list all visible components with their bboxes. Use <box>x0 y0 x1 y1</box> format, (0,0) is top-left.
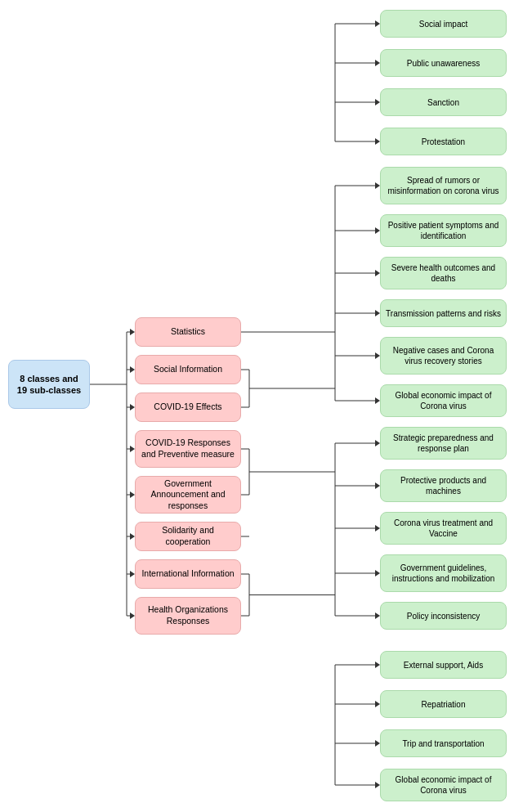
subclass-node-s6: Positive patient symptoms and identifica… <box>380 214 507 247</box>
subclass-node-s12: Protective products and machines <box>380 469 507 502</box>
class-node-c4: COVID-19 Responses and Preventive measur… <box>135 430 241 468</box>
subclass-node-s9: Negative cases and Corona virus recovery… <box>380 337 507 375</box>
class-node-c8: Health Organizations Responses <box>135 597 241 635</box>
subclass-node-s18: Trip and transportation <box>380 729 507 757</box>
root-node: 8 classes and 19 sub-classes <box>8 360 90 409</box>
subclass-node-s11: Strategic preparedness and response plan <box>380 427 507 460</box>
class-node-c1: Statistics <box>135 317 241 347</box>
class-node-c2: Social Information <box>135 355 241 384</box>
subclass-node-s13: Corona virus treatment and Vaccine <box>380 512 507 545</box>
subclass-node-s17: Repatriation <box>380 690 507 718</box>
subclass-node-s4: Protestation <box>380 128 507 155</box>
class-node-c7: International Information <box>135 559 241 589</box>
subclass-node-s15: Policy inconsistency <box>380 602 507 630</box>
subclass-node-s19: Global economic impact of Corona virus <box>380 769 507 801</box>
subclass-node-s14: Government guidelines, instructions and … <box>380 554 507 592</box>
class-node-c5: Government Announcement and responses <box>135 476 241 514</box>
subclass-node-s16: External support, Aids <box>380 651 507 679</box>
subclass-node-s10: Global economic impact of Corona virus <box>380 384 507 417</box>
class-node-c3: COVID-19 Effects <box>135 393 241 422</box>
subclass-node-s2: Public unawareness <box>380 49 507 77</box>
subclass-node-s8: Transmission patterns and risks <box>380 299 507 327</box>
diagram-container: 8 classes and 19 sub-classes StatisticsS… <box>0 0 523 812</box>
subclass-node-s1: Social impact <box>380 10 507 38</box>
subclass-node-s7: Severe health outcomes and deaths <box>380 257 507 289</box>
subclass-node-s3: Sanction <box>380 88 507 116</box>
class-node-c6: Solidarity and cooperation <box>135 522 241 551</box>
subclass-node-s5: Spread of rumors or misinformation on co… <box>380 167 507 204</box>
